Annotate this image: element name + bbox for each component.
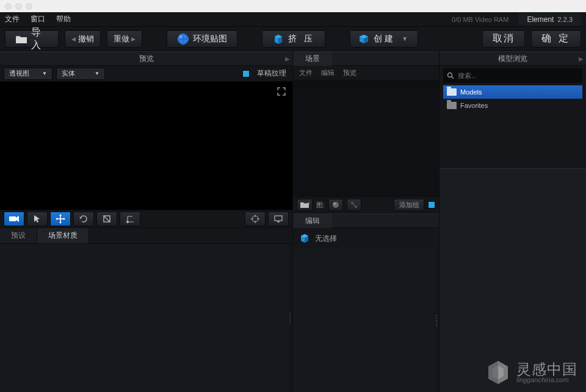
- svg-rect-8: [275, 216, 282, 221]
- app-info: Element 2.2.3: [518, 13, 581, 26]
- main-area: 预览 ▶ 透视图▼ 实体▼ 草稿纹理: [0, 51, 586, 392]
- move-tool[interactable]: [50, 212, 71, 226]
- scene-tree[interactable]: [293, 80, 439, 196]
- tab-presets[interactable]: 预设: [0, 228, 37, 243]
- ok-button[interactable]: 确 定: [531, 30, 581, 48]
- right-column: 模型浏览 ▶ Models Favorites: [440, 51, 586, 392]
- edit-body: 无选择: [293, 228, 439, 249]
- extrude-button[interactable]: 挤 压: [262, 30, 325, 48]
- edit-header: 编辑: [293, 213, 439, 228]
- scene-sub-preview[interactable]: 预览: [343, 68, 356, 77]
- shading-dropdown[interactable]: 实体▼: [56, 68, 105, 80]
- svg-rect-4: [9, 216, 16, 221]
- traffic-min-icon[interactable]: [15, 3, 22, 10]
- cube-small-icon: [299, 233, 310, 244]
- model-tree: Models Favorites: [440, 85, 586, 165]
- preview-subbar: 透视图▼ 实体▼ 草稿纹理: [0, 66, 292, 82]
- menu-file[interactable]: 文件: [5, 14, 20, 24]
- link-button[interactable]: [347, 199, 361, 211]
- svg-point-10: [333, 202, 339, 208]
- undo-button[interactable]: ◀ 撤销: [65, 30, 101, 48]
- folder-icon: [447, 88, 457, 96]
- anchor-tool[interactable]: [120, 212, 140, 226]
- window-titlebar: [0, 0, 586, 12]
- chevron-down-icon: ▼: [402, 35, 410, 42]
- globe-icon: [177, 33, 189, 45]
- menu-help[interactable]: 帮助: [56, 14, 71, 24]
- tab-scene-material[interactable]: 场景材质: [37, 228, 89, 243]
- draft-checkbox[interactable]: [242, 70, 250, 77]
- search-row: [443, 68, 582, 83]
- main-toolbar: 导入 ◀ 撤销 重做 ▶ 环境贴图 挤 压 创建 ▼ 取消 确 定: [0, 27, 586, 51]
- material-list[interactable]: [0, 244, 288, 392]
- extrude-icon: [272, 33, 284, 45]
- menubar: 文件 窗口 帮助 0/0 MB Video RAM Element 2.2.3: [0, 12, 586, 27]
- camera-tool[interactable]: [4, 212, 24, 226]
- watermark: 灵感中国 lingganchina.com: [485, 359, 577, 386]
- middle-column: 场景 文件 编辑 预览 + 图: 添加组 编辑: [293, 51, 440, 392]
- svg-point-0: [178, 34, 189, 45]
- search-icon: [447, 72, 454, 79]
- browser-header: 模型浏览 ▶: [440, 51, 586, 66]
- redo-button[interactable]: 重做 ▶: [107, 30, 143, 48]
- no-selection-label: 无选择: [315, 233, 337, 244]
- logo-icon: [485, 359, 512, 386]
- tree-item-models[interactable]: Models: [443, 85, 582, 99]
- scene-tools: + 图: 添加组: [293, 196, 439, 213]
- edit-area[interactable]: [293, 249, 434, 392]
- fullscreen-icon[interactable]: [277, 87, 288, 98]
- add-group-button[interactable]: 添加组: [394, 199, 424, 211]
- svg-point-11: [333, 202, 336, 205]
- envmap-button[interactable]: 环境贴图: [167, 30, 237, 48]
- sphere-button[interactable]: [328, 199, 343, 211]
- tu-label: 图:: [316, 201, 325, 210]
- traffic-close-icon[interactable]: [5, 3, 12, 10]
- target-tool[interactable]: [245, 212, 266, 226]
- browser-preview[interactable]: 灵感中国 lingganchina.com: [440, 168, 586, 392]
- svg-text:+: +: [307, 201, 309, 206]
- splitter-2[interactable]: [434, 249, 439, 392]
- collapse-arrow-icon[interactable]: ▶: [285, 55, 290, 62]
- group-checkbox[interactable]: [428, 201, 435, 208]
- select-tool[interactable]: [27, 212, 48, 226]
- scene-subtabs: 文件 编辑 预览: [293, 66, 439, 80]
- import-button[interactable]: 导入: [5, 30, 59, 48]
- viewmode-dropdown[interactable]: 透视图▼: [4, 68, 52, 80]
- menu-window[interactable]: 窗口: [31, 14, 45, 24]
- cancel-button[interactable]: 取消: [482, 30, 525, 48]
- svg-point-14: [448, 73, 452, 77]
- viewport-tools: [0, 210, 292, 228]
- draft-label: 草稿纹理: [257, 68, 286, 79]
- bottom-tabs: 预设 场景材质: [0, 228, 292, 244]
- folder-icon: [447, 102, 457, 109]
- scale-tool[interactable]: [96, 212, 117, 226]
- monitor-tool[interactable]: [268, 212, 289, 226]
- search-input[interactable]: [458, 72, 579, 79]
- splitter[interactable]: [288, 244, 292, 392]
- scene-sub-file[interactable]: 文件: [299, 68, 313, 77]
- vram-status: 0/0 MB Video RAM: [452, 16, 508, 23]
- svg-point-6: [127, 221, 129, 223]
- rotate-tool[interactable]: [73, 212, 94, 226]
- create-button[interactable]: 创建 ▼: [350, 30, 418, 48]
- viewport[interactable]: [0, 82, 292, 210]
- cube-icon: [358, 33, 370, 45]
- left-column: 预览 ▶ 透视图▼ 实体▼ 草稿纹理: [0, 51, 293, 392]
- add-folder-button[interactable]: +: [297, 199, 313, 211]
- scene-header: 场景: [293, 51, 439, 66]
- preview-header: 预览 ▶: [0, 51, 292, 66]
- scene-sub-edit[interactable]: 编辑: [321, 68, 335, 77]
- traffic-zoom-icon[interactable]: [26, 3, 32, 10]
- tree-item-favorites[interactable]: Favorites: [443, 99, 582, 112]
- collapse-arrow-icon-2[interactable]: ▶: [579, 55, 584, 62]
- folder-icon: [15, 33, 27, 45]
- svg-point-3: [179, 35, 183, 38]
